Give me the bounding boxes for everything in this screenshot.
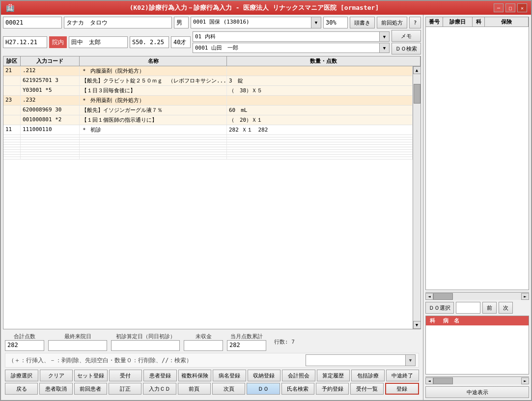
scroll-right-arrow[interactable]: ► — [521, 293, 529, 300]
do-selection-input[interactable] — [456, 302, 480, 314]
window-title: (K02)診療行為入力－診療行為入力 - 医療法人 リナックスマニア医院 [or… — [15, 3, 494, 12]
patient-name-field[interactable]: 田中 太郎 — [69, 36, 128, 48]
table-row[interactable]: 23 .232 ＊ 外用薬剤（院外処方） — [3, 96, 413, 106]
firstdiag-value[interactable] — [111, 340, 180, 351]
patient-id-field[interactable]: 00021 — [3, 17, 62, 28]
hint-combo-arrow[interactable]: ▼ — [405, 355, 415, 366]
total-label: 合計点数 — [14, 333, 35, 340]
chuuto-row: 中途表示 — [425, 386, 529, 398]
memo-button[interactable]: メモ — [392, 30, 421, 42]
disease-scroll-right[interactable]: ► — [521, 377, 529, 384]
chuuto-end-btn2[interactable]: 中途終了 — [386, 370, 420, 381]
patient-register-button[interactable]: 患者登録 — [143, 370, 177, 381]
do-next-button[interactable]: 次 — [499, 302, 513, 314]
td-qty: 60 mL — [227, 106, 413, 115]
correction-button[interactable]: 訂正 — [109, 383, 141, 395]
maekaisho-button[interactable]: 前回処方 — [377, 17, 407, 28]
appointment-button[interactable]: 予約登録 — [316, 383, 349, 395]
set-register-button[interactable]: セット登録 — [74, 370, 108, 381]
table-row[interactable]: 001000801 *2 【１回１個医師の指示通りに】 （ 20）Ｘ１ — [3, 115, 413, 125]
dept-field[interactable]: 01 内科 ▼ — [193, 31, 390, 42]
td-shinku — [3, 106, 21, 115]
td-code — [21, 155, 80, 157]
question-button[interactable]: ? — [409, 17, 421, 28]
tougaki-button[interactable]: 頭書き — [350, 17, 375, 28]
scroll-down-arrow[interactable]: ▼ — [413, 321, 421, 329]
table-body[interactable]: 21 .212 ＊ 内服薬剤（院外処方） 621925701 3 【般先】クラビ… — [3, 66, 413, 329]
table-row[interactable]: Y03001 *5 【１日３回毎食後に】 （ 38）Ｘ５ — [3, 86, 413, 96]
lastvisit-value[interactable] — [48, 340, 107, 351]
total-value[interactable]: 282 — [5, 340, 44, 351]
insurance-field[interactable]: 0001 国保 (138016) ▼ — [191, 17, 321, 28]
table-row[interactable]: 21 .212 ＊ 内服薬剤（院外処方） — [3, 66, 413, 76]
do-prev-button[interactable]: 前 — [482, 302, 497, 314]
td-shinku: 11 — [3, 125, 21, 134]
register-button[interactable]: 登録 — [385, 383, 419, 395]
patient-cancel-button[interactable]: 患者取消 — [39, 383, 72, 395]
td-code — [21, 142, 80, 144]
prev-patient-button[interactable]: 前回患者 — [74, 383, 107, 395]
td-shinku — [3, 135, 21, 137]
do-button[interactable]: ＤＯ — [247, 383, 280, 395]
multiple-insurance-button[interactable]: 複数科保険 — [178, 370, 212, 381]
table-row[interactable] — [3, 157, 413, 160]
scroll-up-arrow[interactable]: ▲ — [413, 66, 421, 74]
disease-scroll-thumb[interactable] — [433, 377, 453, 384]
col-shinku: 診区 — [3, 56, 21, 66]
minimize-button[interactable]: ─ — [494, 3, 504, 12]
monthly-label: 当月点数累計 — [230, 333, 263, 340]
td-name — [80, 135, 227, 137]
td-shinku — [3, 142, 21, 144]
scroll-left-arrow[interactable]: ◄ — [425, 293, 433, 300]
input-cd-button[interactable]: 入力ＣＤ — [143, 383, 176, 395]
age-field[interactable]: 40才 — [171, 36, 191, 48]
comprehensive-button[interactable]: 包括診療 — [351, 370, 385, 381]
table-scrollbar[interactable]: ▲ ▼ — [413, 66, 420, 329]
birth-date-field[interactable]: S50. 2.25 — [130, 36, 169, 48]
footer-area: 合計点数 282 最終来院日 初診算定日（同日初診） 未収金 — [3, 331, 421, 398]
table-row[interactable]: 11 111000110 ＊ 初診 282 Ｘ１ 282 — [3, 125, 413, 135]
calculation-history-button[interactable]: 算定履歴 — [317, 370, 350, 381]
uketsuke-button[interactable]: 受付 — [109, 370, 142, 381]
close-button[interactable]: ✕ — [517, 3, 527, 12]
back-button[interactable]: 戻る — [5, 383, 38, 395]
main-content: 00021 タナカ タロウ 男 0001 国保 (138016) ▼ 30% 頭… — [1, 15, 531, 400]
gender-field[interactable]: 男 — [174, 17, 189, 28]
disease-scroll-left[interactable]: ◄ — [425, 377, 433, 384]
firstdiag-label: 初診算定日（同日初診） — [116, 333, 175, 340]
td-shinku — [3, 150, 21, 152]
prev-page-button[interactable]: 前頁 — [178, 383, 211, 395]
patient-kana-field[interactable]: タナカ タロウ — [64, 17, 172, 28]
hint-combo[interactable]: ▼ — [306, 354, 416, 366]
doctor-field[interactable]: 0001 山田 一郎 ▼ — [193, 43, 390, 53]
shinryo-select-button[interactable]: 診療選択 — [5, 370, 38, 381]
maximize-button[interactable]: □ — [505, 3, 515, 12]
chuuto-display-button[interactable]: 中途表示 — [425, 386, 529, 398]
uncollected-value[interactable] — [184, 340, 223, 351]
table-row[interactable]: 621925701 3 【般先】クラビット錠２５０ｍｇ （レボフロキサシン...… — [3, 76, 413, 86]
disease-scrollbar-h[interactable]: ◄ ► — [425, 376, 529, 384]
history-scrollbar-h[interactable]: ◄ ► — [425, 292, 529, 300]
do-search-button[interactable]: ＤＯ検索 — [392, 43, 421, 54]
collection-register-button[interactable]: 収納登録 — [248, 370, 281, 381]
td-qty: 282 Ｘ１ 282 — [227, 125, 413, 134]
table-content: 21 .212 ＊ 内服薬剤（院外処方） 621925701 3 【般先】クラビ… — [3, 66, 420, 329]
zoom-field[interactable]: 30% — [323, 17, 348, 28]
td-shinku — [3, 155, 21, 157]
doctor-dropdown-arrow[interactable]: ▼ — [379, 43, 389, 53]
monthly-value[interactable]: 282 — [227, 340, 266, 351]
col-byomei: 病 名 — [439, 316, 463, 325]
reception-list-button[interactable]: 受付一覧 — [350, 383, 383, 395]
scroll-thumb-h[interactable] — [433, 293, 453, 300]
name-search-button[interactable]: 氏名検索 — [281, 383, 314, 395]
table-row[interactable]: 620008969 30 【般先】イソジンガーグル液７％ 60 mL — [3, 106, 413, 115]
insurance-dropdown-arrow[interactable]: ▼ — [311, 17, 321, 28]
accounting-button[interactable]: 会計照会 — [282, 370, 315, 381]
clear-button[interactable]: クリア — [40, 370, 73, 381]
next-page-button[interactable]: 次頁 — [212, 383, 245, 395]
scroll-thumb[interactable] — [414, 84, 420, 104]
td-qty — [227, 135, 413, 137]
disease-register-button[interactable]: 病名登録 — [213, 370, 246, 381]
date-field[interactable]: H27.12.21 — [3, 36, 47, 48]
dept-dropdown-arrow[interactable]: ▼ — [379, 32, 389, 41]
